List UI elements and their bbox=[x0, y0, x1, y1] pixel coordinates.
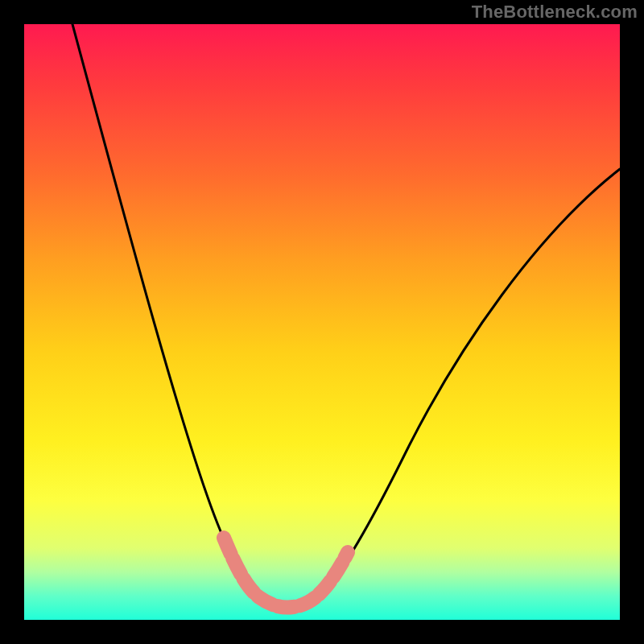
watermark: TheBottleneck.com bbox=[472, 2, 638, 23]
bottleneck-curve bbox=[24, 24, 620, 620]
chart-frame: TheBottleneck.com bbox=[0, 0, 644, 644]
plot-area bbox=[24, 24, 620, 620]
highlight-segment bbox=[224, 538, 348, 608]
curve-path bbox=[72, 24, 620, 605]
